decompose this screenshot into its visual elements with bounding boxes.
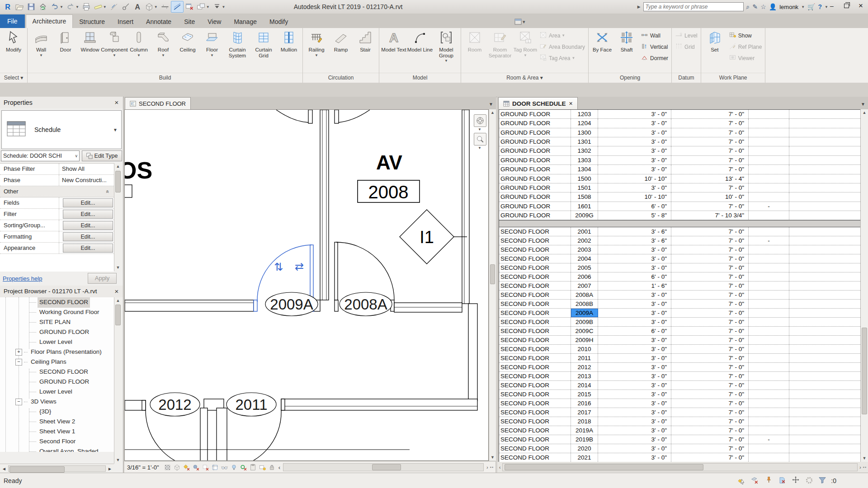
sun-path-icon[interactable]: [182, 463, 191, 472]
button-ref-plane[interactable]: Ref Plane: [727, 41, 764, 52]
schedule-row-2002[interactable]: SECOND FLOOR20023' - 6"7' - 0"-: [499, 236, 860, 245]
button-model-group[interactable]: Model Group▼: [433, 29, 459, 72]
property-group-other[interactable]: Other«: [0, 186, 114, 197]
button-tag-area[interactable]: Tag Area▼: [538, 52, 587, 64]
reveal-hidden-icon[interactable]: [229, 463, 239, 472]
shadows-icon[interactable]: [191, 463, 201, 472]
drag-on-selection-icon[interactable]: [791, 476, 800, 486]
tree-expand-icon[interactable]: −: [15, 359, 22, 366]
tree-item-second-floor[interactable]: SECOND FLOOR: [0, 297, 114, 307]
app-store-cart-icon[interactable]: 🛒: [807, 3, 815, 10]
schedule-row-2007[interactable]: SECOND FLOOR20071' - 6"7' - 0": [499, 282, 860, 291]
button-stair[interactable]: Stair: [353, 29, 377, 72]
tab-view[interactable]: View: [201, 15, 227, 28]
schedule-filter-combo[interactable]: Schedule: DOOR SCHI ∨: [1, 150, 80, 161]
schedule-row-2018[interactable]: SECOND FLOOR20183' - 0"7' - 0": [499, 417, 860, 426]
tag-by-category-icon[interactable]: [120, 1, 132, 12]
button-ceiling[interactable]: Ceiling: [175, 29, 200, 72]
minimize-button[interactable]: –: [826, 1, 838, 11]
schedule-row-1508[interactable]: GROUND FLOOR150810' - 10"10' - 0": [499, 192, 860, 202]
project-browser-header[interactable]: Project Browser - 012170 LT -A.rvt ×: [0, 286, 123, 297]
show-crop-icon[interactable]: [210, 463, 220, 472]
button-area[interactable]: Area▼: [538, 30, 587, 41]
tab-modify[interactable]: Modify: [263, 15, 294, 28]
steering-wheel-icon[interactable]: [474, 114, 486, 127]
schedule-row-2008b[interactable]: SECOND FLOOR2008B3' - 0"7' - 0": [499, 300, 860, 309]
canvas-hscrollbar[interactable]: [283, 463, 484, 471]
favorites-star-icon[interactable]: ☆: [760, 3, 766, 10]
communication-center-icon[interactable]: ✎: [752, 3, 758, 10]
tree-expand-icon[interactable]: +: [15, 349, 22, 356]
schedule-row-2005[interactable]: SECOND FLOOR20053' - 0"7' - 0": [499, 263, 860, 272]
schedule-row-1203[interactable]: GROUND FLOOR12033' - 0"7' - 0": [499, 110, 860, 119]
filter-icon[interactable]: [818, 477, 826, 485]
help-icon[interactable]: ?: [818, 3, 822, 10]
button-ramp[interactable]: Ramp: [329, 29, 353, 72]
default-3d-view-icon[interactable]: ▼: [143, 1, 159, 12]
button-roof[interactable]: Roof▼: [151, 29, 175, 72]
open-file-icon[interactable]: [14, 1, 25, 12]
user-menu-chevron-icon[interactable]: ▼: [801, 5, 805, 9]
schedule-row-2015[interactable]: SECOND FLOOR20153' - 0"7' - 0": [499, 390, 860, 399]
button-modify[interactable]: Modify: [1, 29, 26, 72]
button-window[interactable]: Window: [78, 29, 102, 72]
tree-item-sheet-view-2[interactable]: Sheet View 2: [0, 417, 114, 427]
button-curtain-grid[interactable]: Curtain Grid: [250, 29, 277, 72]
schedule-row-1500[interactable]: GROUND FLOOR150010' - 10"13' - 4": [499, 174, 860, 183]
type-selector-chevron-icon[interactable]: ▼: [113, 127, 118, 132]
schedule-tab-close-icon[interactable]: ×: [569, 100, 573, 107]
button-model-line[interactable]: Model Line: [407, 29, 433, 72]
aligned-dimension-icon[interactable]: [108, 1, 120, 12]
revit-logo-icon[interactable]: R: [2, 1, 14, 12]
tree-item-working-ground-floor[interactable]: Working Ground Floor: [0, 307, 114, 317]
button-area-boundary[interactable]: Area Boundary: [538, 41, 587, 52]
search-input[interactable]: [643, 2, 744, 11]
schedule-tab-overflow-icon[interactable]: ▼: [861, 102, 865, 107]
schedule-row-1301[interactable]: GROUND FLOOR13013' - 0"7' - 0": [499, 137, 860, 146]
show-analytical-icon[interactable]: [248, 463, 258, 472]
select-links-icon[interactable]: [750, 476, 760, 486]
type-selector[interactable]: Schedule ▼: [1, 110, 122, 149]
schedule-row-2008a[interactable]: SECOND FLOOR2008A3' - 0"7' - 0": [499, 291, 860, 300]
button-model-text[interactable]: AModel Text: [381, 29, 407, 72]
tree-item-sheet-view-1[interactable]: Sheet View 1: [0, 427, 114, 436]
project-browser-close-icon[interactable]: ×: [113, 286, 120, 297]
tab-site[interactable]: Site: [178, 15, 201, 28]
schedule-row-1501[interactable]: GROUND FLOOR15013' - 0"7' - 0": [499, 183, 860, 192]
tree-expand-icon[interactable]: −: [15, 399, 22, 405]
resize-grip-icon[interactable]: ▪▪: [490, 465, 494, 469]
button-wall[interactable]: Wall▼: [29, 29, 53, 72]
schedule-row-2021[interactable]: SECOND FLOOR20213' - 0"7' - 0": [499, 453, 860, 462]
tree-item-floor-plans-presentation[interactable]: +Floor Plans (Presentation): [0, 347, 114, 357]
schedule-row-1304[interactable]: GROUND FLOOR13043' - 0"7' - 0": [499, 165, 860, 174]
view-tab-overflow-icon[interactable]: ▼: [489, 102, 493, 107]
schedule-row-2009g[interactable]: GROUND FLOOR2009G5' - 8"7' - 10 3/4": [499, 211, 860, 220]
tab-insert[interactable]: Insert: [111, 15, 140, 28]
edit-type-button[interactable]: Edit Type: [82, 150, 122, 161]
crop-view-icon[interactable]: [201, 463, 210, 472]
button-vertical[interactable]: Vertical: [639, 41, 670, 52]
schedule-hscrollbar[interactable]: ‹ › ▪▪: [497, 462, 868, 473]
ribbon-state-toggle[interactable]: ▾: [514, 17, 530, 26]
tree-item-lower-level[interactable]: Lower Level: [0, 337, 114, 347]
tree-item-overall-axon-shaded[interactable]: Overall Axon_Shaded: [0, 446, 114, 452]
button-room[interactable]: Room: [462, 29, 487, 72]
pan-lock-icon[interactable]: [267, 463, 277, 472]
canvas-hscroll-right-icon[interactable]: ›: [485, 465, 490, 470]
schedule-row-2014[interactable]: SECOND FLOOR20143' - 0"7' - 0": [499, 381, 860, 390]
edit-button-formatting[interactable]: Edit...: [63, 232, 113, 241]
button-railing[interactable]: Railing▼: [304, 29, 329, 72]
button-shaft[interactable]: Shaft: [614, 29, 639, 72]
measure-icon[interactable]: ▼: [92, 1, 108, 12]
panel-label-select[interactable]: Select ▾: [0, 73, 27, 83]
reveal-constraints-icon[interactable]: [258, 463, 267, 472]
tab-architecture[interactable]: Architecture: [26, 14, 73, 28]
schedule-row-2009h[interactable]: SECOND FLOOR2009H3' - 0"7' - 0": [499, 336, 860, 345]
schedule-row-2013[interactable]: SECOND FLOOR20133' - 0"7' - 0": [499, 372, 860, 381]
schedule-row-2009a[interactable]: SECOND FLOOR2009A3' - 0"7' - 0": [499, 309, 860, 318]
project-browser-hscrollbar[interactable]: ◄ ►: [0, 464, 114, 473]
text-icon[interactable]: A: [132, 1, 143, 12]
schedule-row-2010[interactable]: SECOND FLOOR20103' - 0"7' - 0": [499, 345, 860, 354]
button-dormer[interactable]: Dormer: [639, 52, 670, 64]
tab-annotate[interactable]: Annotate: [140, 15, 178, 28]
